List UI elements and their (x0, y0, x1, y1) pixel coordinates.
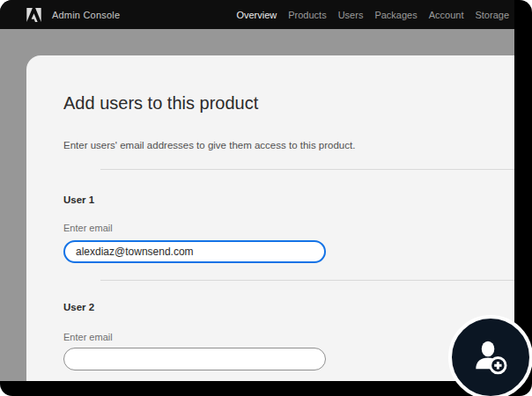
nav-item-users[interactable]: Users (338, 10, 364, 20)
adobe-logo-icon (26, 8, 41, 22)
main-nav: Overview Products Users Packages Account… (236, 10, 509, 20)
add-user-fab[interactable] (448, 315, 532, 396)
divider (100, 169, 514, 170)
user-2-label: User 2 (63, 301, 514, 313)
nav-item-products[interactable]: Products (288, 10, 326, 20)
user-1-field-label: Enter email (63, 223, 514, 234)
user-2-email-input[interactable] (63, 348, 326, 370)
page-title: Add users to this product (63, 92, 514, 114)
add-user-icon (471, 338, 510, 377)
user-section-2: User 2 Enter email (63, 301, 514, 370)
workspace-background: Add users to this product Enter users' e… (0, 29, 514, 381)
user-section-1: User 1 Enter email (63, 194, 514, 263)
divider (100, 280, 514, 281)
screenshot-frame: Admin Console Overview Products Users Pa… (0, 0, 532, 396)
nav-item-account[interactable]: Account (429, 10, 464, 20)
user-2-field-label: Enter email (63, 332, 514, 343)
user-1-email-input[interactable] (63, 240, 326, 263)
nav-item-overview[interactable]: Overview (236, 10, 277, 20)
app-title: Admin Console (52, 10, 120, 20)
user-1-label: User 1 (63, 194, 514, 206)
app-header: Admin Console Overview Products Users Pa… (0, 0, 514, 29)
add-users-card: Add users to this product Enter users' e… (26, 55, 514, 381)
nav-item-packages[interactable]: Packages (374, 10, 417, 20)
nav-item-storage[interactable]: Storage (475, 10, 509, 20)
page-subtitle: Enter users' email addresses to give the… (63, 139, 514, 151)
admin-console-window: Admin Console Overview Products Users Pa… (0, 0, 514, 381)
